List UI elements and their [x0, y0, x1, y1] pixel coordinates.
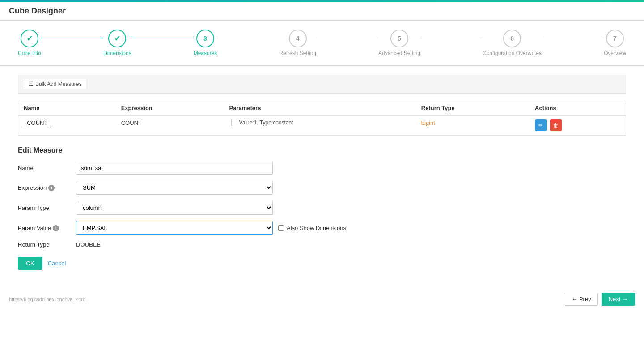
prev-button[interactable]: ← Prev	[565, 293, 597, 306]
ok-button[interactable]: OK	[18, 257, 42, 270]
app-header: Cube Designer	[0, 2, 644, 21]
label-expression: Expression i	[18, 184, 76, 191]
form-row-param-type: Param Type column constant expression	[18, 201, 626, 215]
next-button[interactable]: Next →	[602, 293, 635, 306]
wizard-step-3[interactable]: 3 Measures	[194, 30, 217, 56]
wizard-connector-3	[217, 38, 279, 38]
param-value-info-icon[interactable]: i	[53, 225, 59, 231]
label-return-type: Return Type	[18, 241, 76, 248]
step-label-6: Configuration Overwrites	[483, 50, 542, 56]
wizard-connector-5	[420, 38, 483, 38]
form-row-return-type: Return Type DOUBLE	[18, 241, 626, 248]
col-return-type: Return Type	[416, 101, 530, 115]
measures-table: Name Expression Parameters Return Type A…	[18, 101, 626, 135]
check-icon-1: ✓	[26, 34, 33, 43]
check-icon-2: ✓	[114, 34, 121, 43]
label-param-type: Param Type	[18, 204, 76, 211]
page-footer: https://blog.csdn.net/liondova_Zoro... ←…	[0, 288, 644, 310]
param-type-select[interactable]: column constant expression	[76, 201, 273, 215]
form-row-param-value: Param Value i EMP.SAL EMP.EMPNO EMP.DEPT…	[18, 221, 626, 235]
edit-row-button[interactable]: ✏	[535, 119, 547, 131]
also-show-container: Also Show Dimensions	[278, 225, 346, 231]
measures-toolbar: ☰ Bulk Add Measures	[18, 75, 626, 94]
step-circle-7: 7	[606, 30, 624, 47]
wizard-connector-4	[316, 38, 378, 38]
param-text: Value:1, Type:constant	[239, 119, 293, 126]
param-indent: Value:1, Type:constant	[231, 119, 411, 126]
col-parameters: Parameters	[224, 101, 416, 115]
col-name: Name	[18, 101, 116, 115]
form-row-name: Name	[18, 162, 626, 175]
step-label-5: Advanced Setting	[378, 50, 420, 56]
form-row-expression: Expression i SUM COUNT AVG MIN MAX	[18, 181, 626, 195]
also-show-label[interactable]: Also Show Dimensions	[287, 225, 346, 231]
edit-measure-section: Edit Measure Name Expression i SUM COUNT…	[18, 146, 626, 270]
wizard-connector-6	[542, 38, 604, 38]
label-param-value: Param Value i	[18, 225, 76, 231]
wizard-connector-2	[131, 38, 194, 38]
also-show-checkbox[interactable]	[278, 225, 284, 231]
table-header-row: Name Expression Parameters Return Type A…	[18, 101, 626, 115]
form-actions: OK Cancel	[18, 257, 626, 270]
param-tree: Value:1, Type:constant	[229, 119, 411, 126]
delete-row-button[interactable]: 🗑	[550, 119, 562, 131]
footer-url: https://blog.csdn.net/liondova_Zoro...	[9, 297, 561, 302]
main-content: ☰ Bulk Add Measures Name Expression Para…	[0, 66, 644, 279]
expression-select[interactable]: SUM COUNT AVG MIN MAX	[76, 181, 273, 195]
col-actions: Actions	[530, 101, 626, 115]
return-type-value: DOUBLE	[76, 241, 101, 248]
wizard-stepper: ✓ Cube Info ✓ Dimensions 3 Measures 4 Re…	[0, 21, 644, 66]
table-icon: ☰	[29, 81, 34, 87]
name-input-wrap	[76, 162, 273, 175]
step-label-1: Cube Info	[18, 50, 41, 56]
wizard-step-4[interactable]: 4 Refresh Setting	[279, 30, 316, 56]
param-value-row: EMP.SAL EMP.EMPNO EMP.DEPTNO Also Show D…	[76, 221, 346, 235]
wizard-step-5[interactable]: 5 Advanced Setting	[378, 30, 420, 56]
step-circle-2: ✓	[108, 30, 126, 47]
label-name: Name	[18, 165, 76, 171]
row-return-type: bigint	[416, 115, 530, 135]
wizard-step-7[interactable]: 7 Overview	[604, 30, 626, 56]
measures-table-wrapper: Name Expression Parameters Return Type A…	[18, 101, 626, 136]
wizard-steps-container: ✓ Cube Info ✓ Dimensions 3 Measures 4 Re…	[18, 30, 626, 56]
edit-section-title: Edit Measure	[18, 146, 626, 154]
wizard-step-6[interactable]: 6 Configuration Overwrites	[483, 30, 542, 56]
param-value-select[interactable]: EMP.SAL EMP.EMPNO EMP.DEPTNO	[76, 221, 273, 235]
name-input[interactable]	[76, 162, 273, 175]
step-circle-5: 5	[390, 30, 408, 47]
step-circle-4: 4	[289, 30, 307, 47]
wizard-step-2[interactable]: ✓ Dimensions	[103, 30, 131, 56]
row-expression: COUNT	[116, 115, 224, 135]
expression-select-wrap: SUM COUNT AVG MIN MAX	[76, 181, 273, 195]
step-circle-6: 6	[503, 30, 521, 47]
step-label-4: Refresh Setting	[279, 50, 316, 56]
table-row: _COUNT_ COUNT Value:1, Type:constant big…	[18, 115, 626, 135]
col-expression: Expression	[116, 101, 224, 115]
step-circle-3: 3	[196, 30, 214, 47]
row-actions: ✏ 🗑	[530, 115, 626, 135]
step-label-7: Overview	[604, 50, 626, 56]
bulk-add-measures-button[interactable]: ☰ Bulk Add Measures	[24, 79, 86, 89]
cancel-button[interactable]: Cancel	[48, 260, 66, 267]
param-type-select-wrap: column constant expression	[76, 201, 273, 215]
step-label-3: Measures	[194, 50, 217, 56]
app-title: Cube Designer	[9, 6, 635, 16]
wizard-connector-1	[41, 38, 103, 38]
row-name: _COUNT_	[18, 115, 116, 135]
wizard-step-1[interactable]: ✓ Cube Info	[18, 30, 41, 56]
expression-info-icon[interactable]: i	[48, 185, 55, 191]
step-label-2: Dimensions	[103, 50, 131, 56]
step-circle-1: ✓	[21, 30, 38, 47]
return-type-link[interactable]: bigint	[421, 119, 435, 126]
row-parameters: Value:1, Type:constant	[224, 115, 416, 135]
